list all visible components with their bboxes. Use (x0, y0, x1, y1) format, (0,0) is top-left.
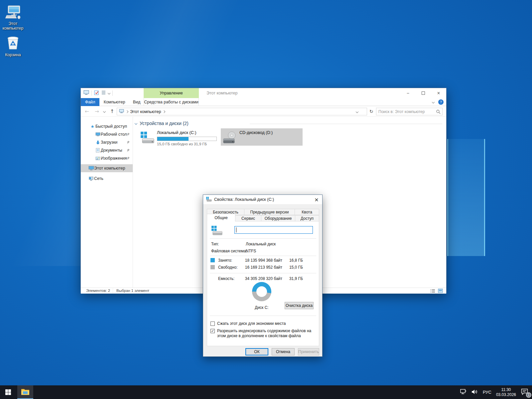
refresh-icon[interactable]: ↻ (369, 109, 373, 114)
status-divider (113, 288, 113, 293)
expand-ribbon-chevron-icon[interactable] (432, 101, 435, 103)
forward-button[interactable]: → (95, 108, 99, 114)
tab-previous-versions[interactable]: Предыдущие версии (244, 209, 295, 215)
separator (210, 273, 316, 273)
network-icon (88, 177, 94, 181)
separator (210, 238, 316, 239)
desktop-icon-label: Этот компьютер (0, 21, 26, 31)
taskbar-file-explorer-button[interactable] (17, 385, 33, 399)
used-bytes: 18 135 994 368 байт (242, 258, 282, 263)
type-label: Тип: (211, 242, 219, 246)
drive-tile-local-disk-c[interactable]: Локальный диск (C:) 15,0 ГБ свободно из … (138, 128, 220, 146)
this-pc-icon (5, 16, 21, 20)
tab-file[interactable]: Файл (81, 98, 99, 106)
volume-icon[interactable] (471, 389, 478, 395)
used-legend-swatch (210, 258, 215, 262)
sidebar-item-desktop[interactable]: Рабочий стол (81, 130, 133, 138)
sidebar-item-this-pc[interactable]: Этот компьютер (81, 164, 133, 172)
close-button[interactable]: × (431, 88, 446, 98)
drive-name: CD-дисковод (D:) (239, 130, 301, 135)
tab-tools[interactable]: Сервис (235, 215, 261, 221)
maximize-button[interactable] (416, 88, 431, 98)
capacity-size: 31,9 ГБ (286, 276, 303, 281)
group-header[interactable]: Устройства и диски (2) (135, 121, 189, 126)
separator (210, 256, 316, 256)
search-input[interactable] (378, 108, 434, 115)
drive-usage-bar (157, 137, 217, 141)
minimize-button[interactable]: – (400, 88, 416, 98)
dialog-title: Свойства: Локальный диск (C:) (214, 197, 274, 202)
back-button[interactable]: ← (85, 108, 89, 114)
up-button[interactable]: ↑ (110, 108, 114, 114)
search-box[interactable] (376, 108, 443, 115)
indexing-checkbox[interactable]: ✓ (210, 329, 215, 333)
document-icon (95, 148, 101, 153)
disk-cleanup-button[interactable]: Очистка диска (285, 302, 314, 309)
dialog-titlebar: Свойства: Локальный диск (C:) × (203, 195, 322, 204)
tab-drive-tools[interactable]: Средства работы с дисками (144, 98, 199, 106)
cancel-button[interactable]: Отмена (272, 348, 295, 355)
apply-button[interactable]: Применить (298, 348, 319, 355)
start-button[interactable] (0, 385, 16, 399)
desktop-icon-label: Корзина (0, 53, 26, 57)
breadcrumb-chevron-icon[interactable] (163, 110, 165, 113)
cd-drive-icon (223, 130, 238, 146)
sidebar-item-documents[interactable]: Документы (81, 146, 133, 154)
desktop-icon (95, 132, 101, 136)
volume-label-input[interactable] (234, 226, 313, 234)
network-icon[interactable] (460, 389, 467, 396)
filesystem-value: NTFS (246, 249, 256, 253)
hard-drive-icon (140, 130, 156, 146)
collapse-group-chevron-icon[interactable] (135, 122, 137, 125)
language-indicator[interactable]: РУС (483, 390, 491, 395)
explorer-titlebar: Управление Этот компьютер – × (81, 88, 446, 98)
new-item-icon[interactable] (101, 90, 106, 96)
group-header-rule (250, 124, 442, 124)
ok-button[interactable]: ОК (245, 348, 268, 355)
donut-hole (256, 286, 267, 297)
picture-icon (95, 157, 101, 160)
large-icons-view-icon[interactable] (438, 289, 443, 294)
desktop-icon-recycle-bin[interactable]: Корзина (0, 35, 26, 57)
desktop-icon-this-pc[interactable]: Этот компьютер (0, 5, 26, 31)
ribbon-tab-row: Файл Компьютер Вид Средства работы с дис… (81, 98, 446, 106)
filesystem-label: Файловая система: (211, 249, 247, 253)
indexing-checkbox-row[interactable]: ✓ Разрешить индексировать содержимое фай… (210, 329, 314, 338)
sidebar-item-network[interactable]: Сеть (81, 175, 133, 183)
properties-dialog: Свойства: Локальный диск (C:) × Безопасн… (203, 195, 323, 357)
pin-icon (127, 149, 130, 153)
free-legend-swatch (210, 265, 215, 269)
pin-icon (127, 157, 130, 161)
text-caret (236, 227, 236, 232)
clock[interactable]: 11:30 03.03.2026 (496, 387, 516, 397)
sidebar-item-downloads[interactable]: Загрузки (81, 138, 133, 146)
compress-checkbox[interactable]: ✓ (210, 322, 215, 326)
tab-view[interactable]: Вид (131, 98, 143, 106)
tab-computer[interactable]: Компьютер (103, 98, 125, 106)
tab-sharing[interactable]: Доступ (295, 215, 319, 221)
tray-time: 11:30 (496, 387, 516, 392)
tab-general[interactable]: Общие (207, 214, 235, 221)
details-view-icon[interactable] (430, 289, 435, 294)
tab-hardware[interactable]: Оборудование (261, 215, 295, 221)
compress-checkbox-row[interactable]: ✓ Сжать этот диск для экономии места (210, 321, 314, 326)
breadcrumb[interactable]: Этот компьютер (130, 109, 161, 114)
capacity-label: Емкость: (218, 276, 234, 281)
address-dropdown-chevron-icon[interactable] (356, 110, 358, 113)
sidebar-item-quick-access[interactable]: ★ Быстрый доступ (81, 122, 133, 130)
address-bar[interactable]: Этот компьютер (117, 108, 367, 115)
free-size: 15,0 ГБ (286, 265, 303, 270)
sidebar-item-pictures[interactable]: Изображения (81, 154, 133, 162)
recent-locations-chevron-icon[interactable] (103, 110, 106, 113)
help-icon[interactable]: ? (438, 99, 444, 105)
properties-check-icon[interactable] (94, 90, 99, 96)
drive-tile-cd-rom-d[interactable]: CD-дисковод (D:) (221, 128, 303, 146)
action-center-icon[interactable]: 1 (521, 388, 529, 396)
qat-customize-chevron-icon[interactable] (108, 92, 110, 94)
selection-count: Выбран 1 элемент (116, 289, 149, 293)
search-icon[interactable] (436, 109, 441, 115)
tab-quota[interactable]: Квота (295, 209, 319, 215)
contextual-tab-group-label: Управление (160, 91, 183, 95)
close-icon[interactable]: × (311, 195, 322, 204)
free-label: Свободно: (218, 265, 238, 270)
